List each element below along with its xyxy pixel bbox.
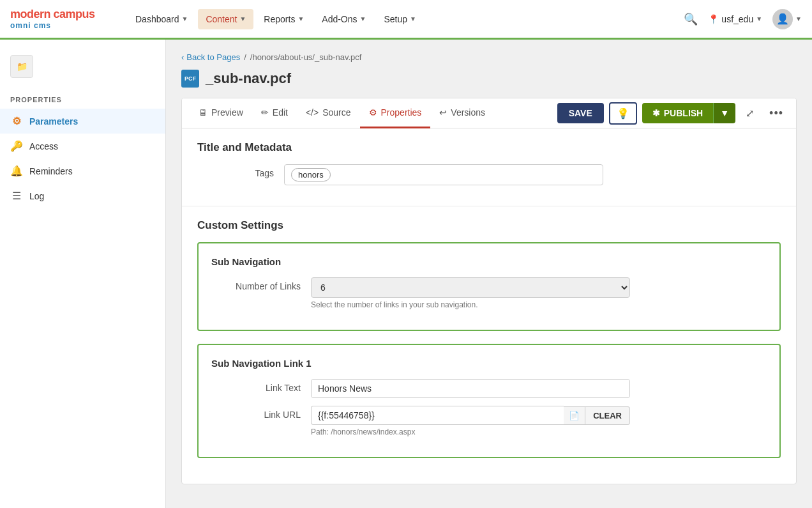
pcf-label: PCF — [184, 75, 196, 82]
sub-nav-link1-title: Sub Navigation Link 1 — [211, 358, 767, 369]
nav-reports[interactable]: Reports ▼ — [256, 9, 312, 29]
reminders-icon: 🔔 — [10, 165, 23, 177]
nav-content-chevron: ▼ — [239, 15, 246, 22]
sidebar-item-parameters[interactable]: ⚙ Parameters — [0, 109, 165, 134]
user-avatar: 👤 — [772, 9, 793, 29]
title-metadata-heading: Title and Metadata — [197, 141, 781, 154]
expand-button[interactable]: ⤢ — [741, 105, 759, 122]
tab-actions: SAVE 💡 ✱ PUBLISH ▼ ⤢ ••• — [557, 102, 788, 125]
back-to-pages-link[interactable]: ‹ Back to Pages — [181, 52, 240, 62]
link-url-input-group: 📄 CLEAR — [311, 406, 630, 425]
nav-content[interactable]: Content ▼ — [198, 9, 253, 29]
link-text-input[interactable] — [311, 379, 630, 398]
layout: 📁 PROPERTIES ⚙ Parameters 🔑 Access 🔔 Rem… — [0, 40, 812, 508]
tag-honors[interactable]: honors — [291, 168, 331, 181]
save-button[interactable]: SAVE — [557, 103, 604, 123]
nav-reports-label: Reports — [264, 14, 295, 24]
tab-versions-label: Versions — [451, 107, 485, 118]
nav-content-label: Content — [206, 14, 237, 24]
access-icon: 🔑 — [10, 140, 23, 152]
sidebar-item-log[interactable]: ☰ Log — [0, 183, 165, 208]
tab-edit[interactable]: ✏ Edit — [252, 98, 297, 128]
versions-icon: ↩ — [439, 107, 447, 118]
sidebar-item-log-label: Log — [29, 191, 44, 201]
tab-source-label: Source — [322, 107, 350, 118]
sidebar-section-label: PROPERTIES — [0, 88, 165, 109]
breadcrumb: ‹ Back to Pages / /honors/about-us/_sub-… — [181, 52, 797, 62]
more-options-button[interactable]: ••• — [764, 104, 788, 123]
num-links-select[interactable]: 6 1 2 3 4 5 7 8 9 10 — [311, 277, 630, 298]
sidebar-item-reminders-label: Reminders — [29, 166, 73, 176]
publish-label: PUBLISH — [664, 108, 703, 118]
parameters-icon: ⚙ — [10, 115, 23, 127]
tags-control: honors — [284, 164, 781, 185]
tags-input[interactable]: honors — [284, 164, 603, 185]
link-url-path-hint: Path: /honors/news/index.aspx — [311, 427, 767, 436]
link-url-file-button[interactable]: 📄 — [564, 406, 585, 425]
tab-properties[interactable]: ⚙ Properties — [360, 98, 431, 128]
location-icon: 📍 — [708, 14, 719, 24]
domain-selector[interactable]: 📍 usf_edu ▼ — [708, 14, 762, 24]
tabs-bar: 🖥 Preview ✏ Edit </> Source ⚙ Properties… — [182, 98, 796, 128]
top-nav: modern campus omni cms Dashboard ▼ Conte… — [0, 0, 812, 40]
properties-tab-icon: ⚙ — [369, 107, 377, 118]
publish-button[interactable]: ✱ PUBLISH — [642, 103, 713, 123]
sidebar-item-access[interactable]: 🔑 Access — [0, 134, 165, 158]
sidebar-item-access-label: Access — [29, 141, 58, 151]
sub-navigation-link1-box: Sub Navigation Link 1 Link Text Link URL — [197, 344, 781, 458]
nav-addons[interactable]: Add-Ons ▼ — [314, 9, 373, 29]
link-url-input[interactable] — [311, 406, 564, 425]
search-button[interactable]: 🔍 — [684, 12, 698, 26]
nav-items: Dashboard ▼ Content ▼ Reports ▼ Add-Ons … — [128, 9, 684, 29]
tab-preview-label: Preview — [211, 107, 243, 118]
link-url-label: Link URL — [211, 406, 301, 420]
nav-dashboard[interactable]: Dashboard ▼ — [128, 9, 195, 29]
sub-navigation-title: Sub Navigation — [211, 256, 767, 267]
tags-label: Tags — [197, 164, 274, 178]
main-content: ‹ Back to Pages / /honors/about-us/_sub-… — [166, 40, 812, 508]
edit-icon: ✏ — [261, 107, 269, 118]
logo: modern campus omni cms — [10, 8, 112, 30]
user-menu[interactable]: 👤 ▼ — [772, 9, 802, 29]
nav-setup[interactable]: Setup ▼ — [376, 9, 424, 29]
custom-settings-section: Custom Settings Sub Navigation Number of… — [182, 206, 796, 484]
nav-dashboard-label: Dashboard — [135, 14, 179, 24]
pcf-icon: PCF — [181, 70, 199, 88]
tab-source[interactable]: </> Source — [297, 98, 360, 128]
nav-reports-chevron: ▼ — [297, 15, 304, 22]
breadcrumb-separator: / — [244, 52, 246, 62]
num-links-row: Number of Links 6 1 2 3 4 5 7 8 — [211, 277, 767, 309]
back-arrow-icon: ‹ — [181, 52, 184, 62]
num-links-control: 6 1 2 3 4 5 7 8 9 10 Select — [311, 277, 767, 309]
log-icon: ☰ — [10, 190, 23, 202]
page-title: _sub-nav.pcf — [206, 70, 291, 87]
nav-dashboard-chevron: ▼ — [182, 15, 188, 22]
tab-preview[interactable]: 🖥 Preview — [190, 98, 252, 128]
sidebar-item-reminders[interactable]: 🔔 Reminders — [0, 158, 165, 183]
publish-dropdown-button[interactable]: ▼ — [713, 103, 735, 123]
tags-row: Tags honors — [197, 164, 781, 185]
logo-sub: omni cms — [10, 21, 112, 30]
logo-text: modern campus — [10, 8, 112, 21]
tab-versions[interactable]: ↩ Versions — [430, 98, 494, 128]
link-url-clear-button[interactable]: CLEAR — [585, 406, 630, 425]
link-url-control: 📄 CLEAR Path: /honors/news/index.aspx — [311, 406, 767, 436]
nav-addons-chevron: ▼ — [360, 15, 366, 22]
num-links-hint: Select the number of links in your sub n… — [311, 300, 767, 309]
domain-label: usf_edu — [721, 14, 753, 24]
preview-icon: 🖥 — [199, 107, 207, 118]
lightbulb-button[interactable]: 💡 — [609, 102, 637, 125]
nav-right: 🔍 📍 usf_edu ▼ 👤 ▼ — [684, 9, 802, 29]
custom-settings-heading: Custom Settings — [197, 219, 781, 232]
sub-navigation-box: Sub Navigation Number of Links 6 1 2 3 4… — [197, 242, 781, 331]
page-title-row: PCF _sub-nav.pcf — [181, 70, 797, 88]
publish-icon: ✱ — [652, 108, 660, 118]
folder-button[interactable]: 📁 — [10, 55, 33, 78]
back-to-pages-label: Back to Pages — [186, 52, 240, 62]
sidebar-top: 📁 — [0, 50, 165, 88]
title-metadata-section: Title and Metadata Tags honors — [182, 128, 796, 206]
content-card: 🖥 Preview ✏ Edit </> Source ⚙ Properties… — [181, 98, 797, 484]
publish-group: ✱ PUBLISH ▼ — [642, 103, 735, 123]
user-chevron: ▼ — [795, 15, 802, 22]
nav-setup-label: Setup — [384, 14, 407, 24]
